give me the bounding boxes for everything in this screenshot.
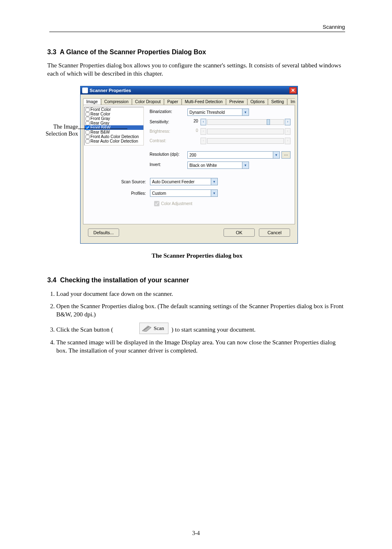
tab-multifeed[interactable]: Multi-Feed Detection — [182, 98, 226, 105]
running-title: Scanning — [323, 24, 345, 30]
cancel-button[interactable]: Cancel — [259, 228, 290, 237]
list-item-selected: Front B&W — [85, 125, 143, 130]
slider-right-icon[interactable]: › — [285, 119, 291, 125]
section2-heading: 3.4 Checking the installation of your sc… — [47, 277, 347, 284]
step-3: Click the Scan button ( Scan ) to start … — [56, 323, 347, 334]
image-selection-list[interactable]: Front Color Rear Color Front Gray Rear G… — [84, 107, 144, 145]
close-button[interactable]: ✕ — [289, 87, 297, 94]
label-sensitivity: Sensitivity: — [150, 119, 184, 125]
color-adjustment-checkbox — [154, 201, 159, 206]
list-item: Rear Auto Color Detection — [85, 139, 143, 143]
chevron-down-icon[interactable]: ▾ — [273, 152, 279, 158]
tab-strip: Image Compression Color Dropout Paper Mu… — [83, 97, 295, 105]
contrast-slider: ‹ › — [187, 138, 291, 144]
steps-list: Load your document face down on the scan… — [47, 290, 347, 355]
tab-options[interactable]: Options — [247, 98, 268, 105]
step-4: The scanned image will be displayed in t… — [56, 338, 347, 355]
intro-paragraph: The Scanner Properties dialog box allows… — [47, 62, 347, 78]
list-item: Rear Gray — [85, 121, 143, 125]
checkbox-rear-color[interactable] — [85, 112, 90, 116]
tab-paper[interactable]: Paper — [164, 98, 182, 105]
label-profiles: Profiles: — [85, 191, 150, 196]
label-binarization: Binarization: — [150, 108, 184, 116]
tab-imprinter[interactable]: Imprinter — [287, 98, 295, 105]
list-item: Front Gray — [85, 116, 143, 121]
brightness-value: 0 — [187, 128, 200, 135]
color-adjustment-checkbox-row: Color Adjustment — [154, 201, 291, 206]
step-2: Open the Scanner Properties dialog box. … — [56, 302, 347, 319]
chevron-down-icon[interactable]: ▾ — [242, 162, 249, 168]
page-number: 3-4 — [0, 530, 392, 537]
brightness-slider: 0 ‹ › — [187, 128, 291, 135]
defaults-button[interactable]: Defaults... — [88, 228, 119, 237]
chevron-down-icon[interactable]: ▾ — [242, 109, 249, 115]
slider-track[interactable] — [207, 119, 284, 125]
checkbox-rear-bw[interactable] — [85, 130, 90, 134]
list-item: Rear B&W — [85, 130, 143, 134]
list-item: Rear Color — [85, 112, 143, 116]
ok-button[interactable]: OK — [224, 228, 255, 237]
section-heading: 3.3 A Glance of the Scanner Properties D… — [47, 48, 347, 56]
tab-setting[interactable]: Setting — [268, 98, 287, 105]
scan-button-graphic: Scan — [139, 323, 168, 334]
scan-source-select[interactable]: Auto Document Feeder ▾ — [150, 178, 218, 185]
titlebar: Scanner Properties ✕ — [81, 86, 297, 95]
binarization-select[interactable]: Dynamic Threshold ▾ — [187, 108, 249, 116]
chevron-down-icon[interactable]: ▾ — [211, 190, 217, 196]
checkbox-rear-auto[interactable] — [85, 139, 90, 143]
tab-color-dropout[interactable]: Color Dropout — [132, 98, 164, 105]
resolution-select[interactable]: 200 ▾ — [187, 151, 280, 159]
slider-track — [207, 129, 284, 134]
window-title: Scanner Properties — [90, 88, 289, 93]
list-item: Front Auto Color Detection — [85, 134, 143, 139]
checkbox-front-color[interactable] — [85, 108, 90, 112]
tab-preview[interactable]: Preview — [226, 98, 247, 105]
slider-left-icon: ‹ — [201, 128, 206, 135]
figure-caption: The Scanner Properties dialog box — [47, 252, 347, 260]
label-scan-source: Scan Source: — [85, 180, 150, 184]
label-contrast: Contrast: — [150, 138, 184, 144]
checkbox-front-bw[interactable] — [85, 126, 90, 130]
sensitivity-slider[interactable]: 20 ‹ › — [187, 119, 291, 125]
svg-marker-0 — [142, 326, 151, 332]
app-icon — [82, 88, 88, 93]
callout-label: The ImageSelection Box — [39, 124, 78, 138]
profiles-select[interactable]: Custom ▾ — [150, 189, 218, 197]
slider-right-icon: › — [285, 128, 291, 135]
tab-compression[interactable]: Compression — [101, 98, 132, 105]
step-1: Load your document face down on the scan… — [56, 290, 347, 298]
checkbox-front-auto[interactable] — [85, 135, 90, 139]
label-resolution: Resolution (dpi): — [150, 151, 184, 159]
callout-line — [78, 129, 127, 129]
label-brightness: Brightness: — [150, 128, 184, 135]
chevron-down-icon[interactable]: ▾ — [211, 178, 217, 185]
label-invert: Invert: — [150, 161, 184, 169]
sensitivity-value: 20 — [187, 119, 200, 125]
slider-track — [207, 138, 284, 144]
scanner-icon — [142, 325, 151, 332]
slider-right-icon: › — [285, 138, 291, 144]
scanner-properties-dialog: Scanner Properties ✕ Image Compression C… — [80, 86, 298, 244]
slider-left-icon: ‹ — [201, 138, 206, 144]
checkbox-rear-gray[interactable] — [85, 121, 90, 125]
resolution-more-button[interactable]: … — [281, 151, 291, 159]
invert-select[interactable]: Black on White ▾ — [187, 161, 249, 169]
list-item: Front Color — [85, 107, 143, 112]
tab-image[interactable]: Image — [83, 98, 101, 105]
contrast-value — [187, 138, 200, 144]
checkbox-front-gray[interactable] — [85, 117, 90, 121]
slider-left-icon[interactable]: ‹ — [201, 119, 206, 125]
